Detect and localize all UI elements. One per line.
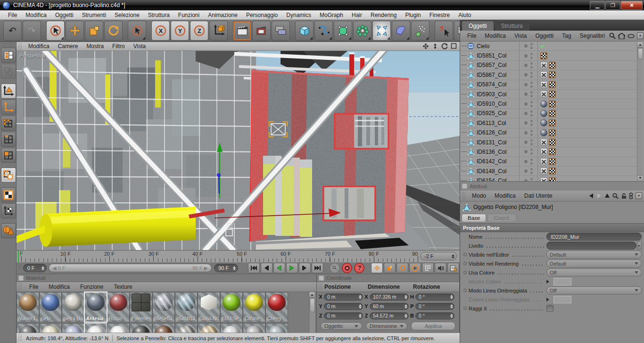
key-position-button[interactable]: [371, 263, 383, 273]
visibility-dots[interactable]: [520, 43, 537, 49]
om-menu-oggetti[interactable]: Oggetti: [531, 33, 558, 39]
dolly-icon[interactable]: [432, 43, 438, 50]
tab-oggetti[interactable]: Oggetti: [462, 21, 494, 31]
orbit-icon[interactable]: [441, 43, 448, 50]
visibility-dots[interactable]: [520, 82, 537, 88]
material-swatch[interactable]: Cherry: [265, 292, 288, 322]
scroll-up-icon[interactable]: [637, 42, 643, 48]
visibility-dots[interactable]: [520, 139, 537, 145]
phong-tag-icon[interactable]: [540, 110, 547, 117]
vp-menu-filtro[interactable]: Filtro: [108, 43, 129, 50]
material-swatch[interactable]: [62, 323, 84, 334]
expand-arrow-icon[interactable]: [546, 298, 551, 301]
rot-p-field[interactable]: 0 °: [415, 303, 454, 310]
menu-plugin[interactable]: Plugin: [401, 12, 425, 18]
material-swatch[interactable]: b16fc9e: [220, 292, 243, 322]
menu-mograph[interactable]: MoGraph: [315, 12, 347, 18]
array-button[interactable]: [353, 21, 372, 41]
detach-panel-icon[interactable]: +: [636, 192, 642, 199]
colore-linea-swatch[interactable]: [553, 296, 571, 303]
visibility-dots[interactable]: [520, 62, 537, 68]
home-icon[interactable]: [618, 33, 625, 39]
visibility-dots[interactable]: [520, 101, 537, 107]
texture-x-tag-icon[interactable]: [540, 139, 547, 146]
points-mode-button[interactable]: [1, 116, 16, 131]
close-button[interactable]: ✕: [621, 1, 643, 10]
key-rotation-button[interactable]: [396, 263, 408, 273]
texture-x-tag-icon[interactable]: [540, 158, 547, 165]
scale-tool-button[interactable]: [85, 21, 103, 41]
visibility-dots[interactable]: [520, 149, 537, 155]
object-row[interactable]: ID5851_Col: [460, 51, 644, 60]
uv-checker-button[interactable]: [1, 187, 16, 202]
nome-field[interactable]: ID2208_Mur: [546, 233, 642, 241]
raggi-x-checkbox[interactable]: [546, 305, 553, 312]
uvw-tag-icon[interactable]: [549, 91, 556, 98]
object-row[interactable]: ID5910_Col: [460, 99, 644, 109]
polygons-mode-button[interactable]: [1, 148, 16, 163]
timeline-playhead[interactable]: F: [18, 251, 23, 263]
texture-x-tag-icon[interactable]: [540, 177, 547, 181]
menu-struttura[interactable]: Struttura: [144, 12, 174, 18]
section-proprieta-base[interactable]: Proprietà Base: [460, 223, 644, 232]
dim-z-field[interactable]: 54.572 m: [370, 312, 409, 319]
sound-button[interactable]: [435, 263, 446, 273]
layout-button[interactable]: [1, 48, 16, 63]
coords-grip[interactable]: [318, 283, 323, 291]
viewport-canvas[interactable]: Prospettiva: [17, 51, 460, 250]
material-swatch[interactable]: Citrone: [243, 292, 265, 322]
uvw-tag-icon[interactable]: [549, 167, 556, 175]
mat-menu-funzione[interactable]: Funzione: [75, 284, 108, 290]
vp-menu-mostra[interactable]: Mostra: [82, 43, 108, 50]
uvw-tag-icon[interactable]: [549, 71, 556, 78]
om-menu-segnalibri[interactable]: Segnalibri: [576, 33, 609, 39]
model-mode-button[interactable]: [1, 84, 16, 99]
menu-modifica[interactable]: Modifica: [21, 12, 51, 18]
minimal-keys-button[interactable]: [447, 263, 459, 273]
redo-button[interactable]: ↷: [23, 21, 41, 41]
attr-menu-dati-utente[interactable]: Dati Utente: [520, 192, 557, 199]
material-swatch[interactable]: [130, 323, 152, 334]
object-row[interactable]: ID6136_Col: [460, 147, 644, 157]
material-swatch[interactable]: [17, 323, 39, 334]
menu-finestre[interactable]: Finestre: [425, 12, 454, 18]
move-tool-button[interactable]: [66, 21, 84, 41]
uvw-tag-icon[interactable]: [549, 62, 556, 69]
record-key-button[interactable]: [330, 263, 340, 273]
menu-rendering[interactable]: Rendering: [366, 12, 401, 18]
play-backward-button[interactable]: [273, 263, 285, 273]
object-row[interactable]: ID6113_Col: [460, 118, 644, 128]
menu-selezione[interactable]: Selezione: [110, 12, 144, 18]
visibility-dots[interactable]: [520, 178, 537, 181]
object-row[interactable]: ID6126_Col: [460, 128, 644, 138]
texture-x-tag-icon[interactable]: [540, 167, 547, 175]
visibile-editor-dropdown[interactable]: Default: [546, 251, 642, 259]
visibility-dots[interactable]: [520, 168, 537, 174]
texture-mode-button[interactable]: [1, 167, 16, 183]
spline-button[interactable]: [314, 21, 333, 41]
attr-menu-modo[interactable]: Modo: [468, 192, 490, 199]
phong-tag-icon[interactable]: [540, 100, 547, 108]
help-button[interactable]: ?: [435, 21, 453, 41]
material-swatch[interactable]: Nuovo.1: [17, 292, 39, 322]
menu-strumenti[interactable]: Strumenti: [78, 12, 110, 18]
material-swatch[interactable]: [265, 323, 288, 334]
range-end-field[interactable]: 90 F: [214, 264, 238, 272]
pos-x-field[interactable]: 0 m: [324, 293, 363, 301]
compositing-check-icon[interactable]: [540, 43, 545, 48]
usa-colore-dropdown[interactable]: Off: [546, 268, 642, 276]
visibility-dots[interactable]: [520, 53, 537, 59]
rot-h-field[interactable]: 0 °: [415, 293, 454, 301]
rot-b-field[interactable]: 0 °: [415, 312, 454, 319]
uvw-tag-icon[interactable]: [549, 119, 556, 126]
timeline-ruler[interactable]: F 10 F 20 F 30 F 40 F 50 F 60 F 70 F 80 …: [17, 250, 460, 262]
generator-button[interactable]: [334, 21, 352, 41]
history-forward-icon[interactable]: [596, 193, 602, 199]
pos-y-field[interactable]: 0 m: [324, 303, 363, 310]
menu-animazione[interactable]: Animazione: [204, 12, 242, 18]
attr-grip[interactable]: [462, 192, 466, 200]
scroll-down-icon[interactable]: [637, 175, 643, 181]
visibility-dots[interactable]: [520, 159, 537, 165]
material-swatch[interactable]: [243, 323, 265, 334]
material-swatch-selected[interactable]: Ardesia: [84, 292, 107, 322]
